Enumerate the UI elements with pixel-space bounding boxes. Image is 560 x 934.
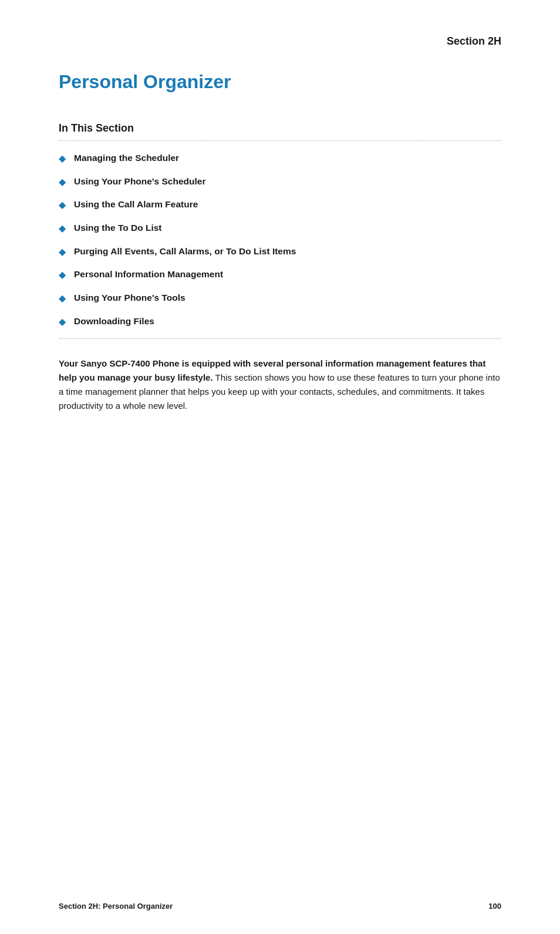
list-item: ◆ Downloading Files (59, 315, 501, 328)
section-label: Section 2H (59, 35, 501, 48)
page-container: Section 2H Personal Organizer In This Se… (0, 0, 560, 934)
list-item: ◆ Using the Call Alarm Feature (59, 198, 501, 211)
list-item: ◆ Managing the Scheduler (59, 152, 501, 164)
diamond-icon: ◆ (59, 269, 66, 280)
diamond-icon: ◆ (59, 199, 66, 210)
footer-page-number: 100 (488, 902, 501, 911)
list-item: ◆ Using Your Phone's Scheduler (59, 175, 501, 188)
list-item: ◆ Using Your Phone's Tools (59, 291, 501, 304)
diamond-icon: ◆ (59, 176, 66, 187)
toc-item-label: Personal Information Management (74, 268, 223, 281)
toc-item-label: Using Your Phone's Tools (74, 291, 185, 304)
list-item: ◆ Personal Information Management (59, 268, 501, 281)
toc-list: ◆ Managing the Scheduler ◆ Using Your Ph… (59, 152, 501, 328)
diamond-icon: ◆ (59, 153, 66, 164)
footer-left: Section 2H: Personal Organizer (59, 902, 173, 911)
list-item: ◆ Purging All Events, Call Alarms, or To… (59, 245, 501, 258)
toc-item-label: Using Your Phone's Scheduler (74, 175, 205, 188)
list-item: ◆ Using the To Do List (59, 221, 501, 234)
divider-bottom (59, 338, 501, 339)
diamond-icon: ◆ (59, 316, 66, 327)
page-footer: Section 2H: Personal Organizer 100 (59, 902, 501, 911)
toc-item-label: Downloading Files (74, 315, 154, 328)
diamond-icon: ◆ (59, 293, 66, 304)
toc-item-label: Using the To Do List (74, 221, 162, 234)
divider-top (59, 140, 501, 141)
toc-item-label: Managing the Scheduler (74, 152, 179, 164)
toc-item-label: Using the Call Alarm Feature (74, 198, 198, 211)
diamond-icon: ◆ (59, 223, 66, 234)
body-text: Your Sanyo SCP-7400 Phone is equipped wi… (59, 357, 501, 413)
toc-item-label: Purging All Events, Call Alarms, or To D… (74, 245, 296, 258)
toc-heading: In This Section (59, 122, 501, 135)
page-title: Personal Organizer (59, 71, 501, 93)
diamond-icon: ◆ (59, 246, 66, 257)
